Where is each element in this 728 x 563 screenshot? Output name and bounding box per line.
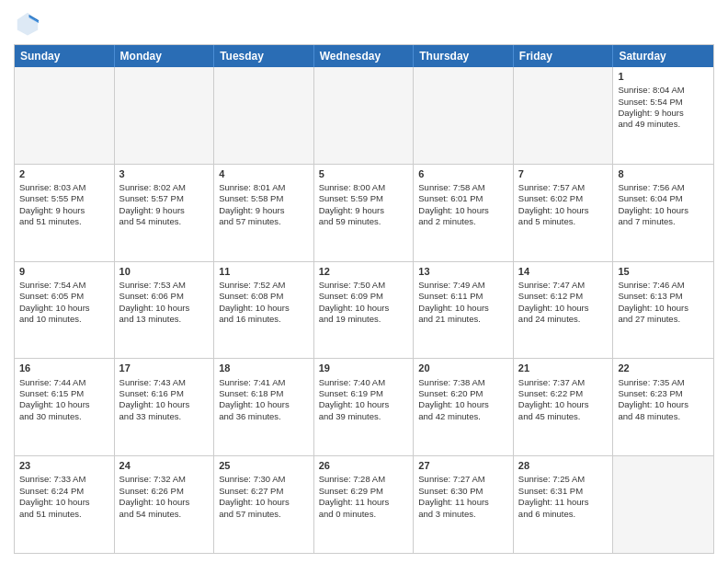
day-number: 27 — [418, 459, 508, 472]
calendar: SundayMondayTuesdayWednesdayThursdayFrid… — [14, 44, 714, 554]
day-info: Sunrise: 7:58 AM Sunset: 6:01 PM Dayligh… — [418, 182, 489, 226]
day-number: 1 — [618, 70, 709, 83]
day-info: Sunrise: 7:44 AM Sunset: 6:15 PM Dayligh… — [19, 377, 90, 421]
day-info: Sunrise: 7:35 AM Sunset: 6:23 PM Dayligh… — [618, 377, 688, 421]
calendar-cell — [613, 456, 713, 553]
calendar-row-5: 23Sunrise: 7:33 AM Sunset: 6:24 PM Dayli… — [15, 455, 713, 553]
day-number: 6 — [418, 167, 508, 180]
day-number: 21 — [518, 362, 609, 374]
calendar-cell: 23Sunrise: 7:33 AM Sunset: 6:24 PM Dayli… — [15, 456, 115, 553]
day-info: Sunrise: 7:30 AM Sunset: 6:27 PM Dayligh… — [219, 474, 290, 518]
svg-marker-0 — [17, 13, 39, 36]
day-info: Sunrise: 7:46 AM Sunset: 6:13 PM Dayligh… — [618, 280, 688, 324]
calendar-cell: 8Sunrise: 7:56 AM Sunset: 6:04 PM Daylig… — [613, 165, 713, 261]
day-number: 2 — [19, 167, 109, 180]
calendar-cell: 2Sunrise: 8:03 AM Sunset: 5:55 PM Daylig… — [15, 165, 115, 261]
day-info: Sunrise: 7:33 AM Sunset: 6:24 PM Dayligh… — [19, 474, 90, 518]
day-number: 7 — [518, 167, 609, 180]
day-number: 25 — [219, 459, 309, 472]
day-info: Sunrise: 7:27 AM Sunset: 6:30 PM Dayligh… — [418, 474, 489, 518]
day-number: 22 — [618, 362, 709, 374]
day-number: 23 — [19, 459, 109, 472]
day-number: 10 — [119, 265, 210, 278]
day-info: Sunrise: 7:50 AM Sunset: 6:09 PM Dayligh… — [319, 280, 390, 324]
day-info: Sunrise: 8:02 AM Sunset: 5:57 PM Dayligh… — [119, 182, 186, 226]
calendar-cell: 6Sunrise: 7:58 AM Sunset: 6:01 PM Daylig… — [414, 165, 514, 261]
day-info: Sunrise: 7:25 AM Sunset: 6:31 PM Dayligh… — [518, 474, 589, 518]
header-day-monday: Monday — [115, 45, 215, 67]
day-number: 17 — [119, 362, 210, 374]
header-day-wednesday: Wednesday — [314, 45, 415, 67]
calendar-row-1: 1Sunrise: 8:04 AM Sunset: 5:54 PM Daylig… — [15, 67, 713, 164]
page-header — [14, 9, 714, 37]
calendar-cell — [115, 67, 215, 164]
day-info: Sunrise: 8:01 AM Sunset: 5:58 PM Dayligh… — [219, 182, 285, 226]
header-day-tuesday: Tuesday — [214, 45, 314, 67]
day-info: Sunrise: 8:03 AM Sunset: 5:55 PM Dayligh… — [19, 182, 85, 226]
day-number: 18 — [219, 362, 309, 374]
calendar-row-2: 2Sunrise: 8:03 AM Sunset: 5:55 PM Daylig… — [15, 164, 713, 261]
calendar-cell: 15Sunrise: 7:46 AM Sunset: 6:13 PM Dayli… — [613, 262, 713, 359]
header-day-friday: Friday — [514, 45, 614, 67]
header-day-thursday: Thursday — [414, 45, 514, 67]
calendar-body: 1Sunrise: 8:04 AM Sunset: 5:54 PM Daylig… — [15, 67, 713, 553]
header-day-sunday: Sunday — [15, 45, 115, 67]
day-info: Sunrise: 7:32 AM Sunset: 6:26 PM Dayligh… — [119, 474, 190, 518]
day-number: 19 — [319, 362, 409, 374]
day-info: Sunrise: 8:00 AM Sunset: 5:59 PM Dayligh… — [319, 182, 385, 226]
day-info: Sunrise: 7:52 AM Sunset: 6:08 PM Dayligh… — [219, 280, 290, 324]
day-number: 15 — [618, 265, 709, 278]
calendar-cell: 24Sunrise: 7:32 AM Sunset: 6:26 PM Dayli… — [115, 456, 215, 553]
day-number: 13 — [418, 265, 508, 278]
day-number: 12 — [319, 265, 409, 278]
calendar-cell — [214, 67, 314, 164]
calendar-cell: 14Sunrise: 7:47 AM Sunset: 6:12 PM Dayli… — [514, 262, 614, 359]
calendar-cell: 13Sunrise: 7:49 AM Sunset: 6:11 PM Dayli… — [414, 262, 514, 359]
calendar-cell: 11Sunrise: 7:52 AM Sunset: 6:08 PM Dayli… — [214, 262, 314, 359]
day-info: Sunrise: 7:54 AM Sunset: 6:05 PM Dayligh… — [19, 280, 90, 324]
logo — [14, 9, 45, 37]
calendar-row-3: 9Sunrise: 7:54 AM Sunset: 6:05 PM Daylig… — [15, 261, 713, 359]
day-number: 26 — [319, 459, 409, 472]
calendar-cell: 5Sunrise: 8:00 AM Sunset: 5:59 PM Daylig… — [314, 165, 415, 261]
calendar-cell: 12Sunrise: 7:50 AM Sunset: 6:09 PM Dayli… — [314, 262, 415, 359]
day-number: 11 — [219, 265, 309, 278]
day-info: Sunrise: 7:38 AM Sunset: 6:20 PM Dayligh… — [418, 377, 489, 421]
day-info: Sunrise: 7:40 AM Sunset: 6:19 PM Dayligh… — [319, 377, 390, 421]
day-number: 8 — [618, 167, 709, 180]
calendar-cell: 16Sunrise: 7:44 AM Sunset: 6:15 PM Dayli… — [15, 359, 115, 455]
calendar-cell: 18Sunrise: 7:41 AM Sunset: 6:18 PM Dayli… — [214, 359, 314, 455]
calendar-cell: 3Sunrise: 8:02 AM Sunset: 5:57 PM Daylig… — [115, 165, 215, 261]
calendar-cell: 26Sunrise: 7:28 AM Sunset: 6:29 PM Dayli… — [314, 456, 415, 553]
day-number: 24 — [119, 459, 210, 472]
day-number: 20 — [418, 362, 508, 374]
day-info: Sunrise: 7:37 AM Sunset: 6:22 PM Dayligh… — [518, 377, 589, 421]
calendar-cell: 27Sunrise: 7:27 AM Sunset: 6:30 PM Dayli… — [414, 456, 514, 553]
day-info: Sunrise: 7:56 AM Sunset: 6:04 PM Dayligh… — [618, 182, 688, 226]
day-number: 28 — [518, 459, 609, 472]
calendar-cell: 17Sunrise: 7:43 AM Sunset: 6:16 PM Dayli… — [115, 359, 215, 455]
calendar-row-4: 16Sunrise: 7:44 AM Sunset: 6:15 PM Dayli… — [15, 358, 713, 455]
day-number: 4 — [219, 167, 309, 180]
calendar-header: SundayMondayTuesdayWednesdayThursdayFrid… — [15, 45, 713, 67]
calendar-cell: 9Sunrise: 7:54 AM Sunset: 6:05 PM Daylig… — [15, 262, 115, 359]
day-number: 5 — [319, 167, 409, 180]
day-info: Sunrise: 7:57 AM Sunset: 6:02 PM Dayligh… — [518, 182, 589, 226]
day-info: Sunrise: 7:53 AM Sunset: 6:06 PM Dayligh… — [119, 280, 190, 324]
header-day-saturday: Saturday — [613, 45, 713, 67]
day-number: 14 — [518, 265, 609, 278]
calendar-cell: 20Sunrise: 7:38 AM Sunset: 6:20 PM Dayli… — [414, 359, 514, 455]
calendar-cell: 10Sunrise: 7:53 AM Sunset: 6:06 PM Dayli… — [115, 262, 215, 359]
day-info: Sunrise: 7:41 AM Sunset: 6:18 PM Dayligh… — [219, 377, 290, 421]
day-number: 3 — [119, 167, 210, 180]
day-info: Sunrise: 7:49 AM Sunset: 6:11 PM Dayligh… — [418, 280, 489, 324]
calendar-cell: 1Sunrise: 8:04 AM Sunset: 5:54 PM Daylig… — [613, 67, 713, 164]
day-number: 9 — [19, 265, 109, 278]
calendar-cell — [15, 67, 115, 164]
day-info: Sunrise: 7:28 AM Sunset: 6:29 PM Dayligh… — [319, 474, 390, 518]
calendar-cell: 28Sunrise: 7:25 AM Sunset: 6:31 PM Dayli… — [514, 456, 614, 553]
calendar-cell — [314, 67, 415, 164]
calendar-cell: 4Sunrise: 8:01 AM Sunset: 5:58 PM Daylig… — [214, 165, 314, 261]
day-info: Sunrise: 7:47 AM Sunset: 6:12 PM Dayligh… — [518, 280, 589, 324]
calendar-cell: 21Sunrise: 7:37 AM Sunset: 6:22 PM Dayli… — [514, 359, 614, 455]
